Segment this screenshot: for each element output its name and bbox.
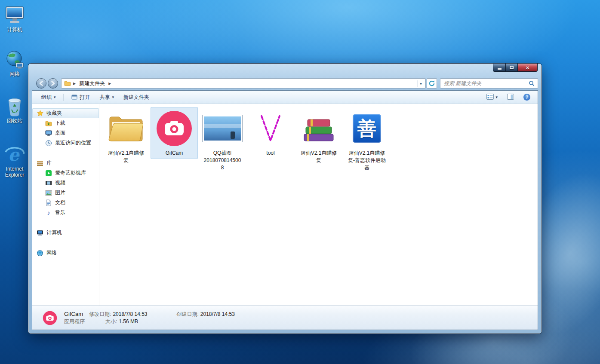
modified-date-label: 修改日期: [89, 311, 111, 317]
file-name: 屠仙V2.1自瞄修复 [102, 149, 150, 166]
size-label: 大小: [105, 318, 117, 324]
share-label: 共享 [100, 94, 110, 101]
sidebar-item-downloads[interactable]: 下载 [32, 118, 99, 128]
close-icon: × [526, 65, 529, 70]
maximize-icon [510, 66, 514, 69]
sidebar-gap [32, 148, 99, 158]
chevron-down-icon: ▾ [495, 95, 498, 99]
file-name: GifCam [151, 149, 198, 159]
folder-icon [64, 80, 71, 87]
search-box[interactable] [440, 78, 538, 89]
views-icon [486, 94, 494, 101]
search-input[interactable] [444, 80, 527, 86]
desktop-icon-recycle-bin[interactable]: 回收站 [1, 96, 28, 124]
download-folder-icon [45, 120, 52, 127]
address-bar[interactable]: ▶ 新建文件夹 ▶ ▾ [61, 78, 426, 89]
film-strip-icon [45, 180, 52, 187]
sidebar-item-label: 网络 [46, 249, 57, 257]
desktop-icon-internet-explorer[interactable]: e Internet Explorer [1, 144, 28, 178]
title-bar[interactable]: × [32, 64, 538, 76]
explorer-window: × ▶ 新建文件夹 ▶ ▾ [28, 64, 542, 333]
file-tile-gifcam[interactable]: GifCam [151, 107, 198, 159]
organize-menu-button[interactable]: 组织 ▾ [37, 92, 60, 103]
music-note-icon: ♪ [45, 209, 52, 216]
folder-icon [102, 108, 150, 149]
file-tile-tool[interactable]: tool [247, 107, 294, 159]
file-name: 屠仙V2.1自瞄修复 [295, 149, 342, 166]
client-area: 组织 ▾ 打开 共享 ▾ 新建文件夹 [32, 90, 538, 330]
sidebar-item-network[interactable]: 网络 [32, 248, 99, 258]
chevron-down-icon: ▾ [54, 95, 56, 99]
file-name: 屠仙V2.1自瞄修复-善恶软件启动器 [343, 149, 391, 174]
desktop-icon-label: Internet Explorer [1, 166, 28, 178]
breadcrumb-folder[interactable]: 新建文件夹 [78, 79, 106, 88]
computer-icon [37, 229, 43, 236]
maximize-button[interactable] [506, 64, 518, 72]
sidebar-item-label: 爱奇艺影视库 [55, 169, 86, 177]
globe-icon [37, 250, 43, 257]
sidebar-item-label: 下载 [55, 119, 65, 127]
file-tile-launcher[interactable]: 善 屠仙V2.1自瞄修复-善恶软件启动器 [343, 107, 391, 174]
sidebar-item-music[interactable]: ♪ 音乐 [32, 208, 99, 217]
sidebar-item-computer[interactable]: 计算机 [32, 228, 99, 238]
network-icon [4, 49, 25, 70]
sidebar-item-videos[interactable]: 视频 [32, 178, 99, 188]
sidebar-item-pictures[interactable]: 图片 [32, 188, 99, 198]
size-value: 1.56 MB [119, 318, 138, 324]
desktop-monitor-icon [45, 130, 52, 137]
file-tile-folder[interactable]: 屠仙V2.1自瞄修复 [102, 107, 150, 166]
close-button[interactable]: × [518, 64, 538, 72]
sidebar-item-desktop[interactable]: 桌面 [32, 128, 99, 138]
preview-pane-icon [507, 94, 514, 101]
sidebar-gap [32, 217, 99, 228]
sidebar-item-label: 图片 [55, 189, 65, 196]
help-button[interactable]: ? [521, 92, 532, 102]
winrar-books-icon [295, 108, 342, 149]
forward-button[interactable] [48, 78, 58, 89]
arrow-right-icon [50, 81, 55, 86]
back-button[interactable] [36, 78, 46, 89]
address-history-dropdown-icon[interactable]: ▾ [417, 80, 424, 87]
share-menu-button[interactable]: 共享 ▾ [96, 92, 118, 103]
change-view-button[interactable]: ▾ [484, 92, 500, 102]
internet-explorer-icon: e [4, 144, 25, 165]
new-folder-label: 新建文件夹 [123, 94, 149, 101]
sidebar-item-label: 视频 [55, 179, 65, 187]
file-list: 屠仙V2.1自瞄修复 GifCam QQ截图20180 [99, 104, 538, 306]
breadcrumb-arrow-icon[interactable]: ▶ [108, 82, 111, 86]
chevron-down-icon: ▾ [112, 95, 114, 99]
open-button[interactable]: 打开 [67, 92, 94, 103]
caption-buttons: × [493, 64, 538, 72]
star-icon [37, 110, 43, 117]
file-tile-rar-archive[interactable]: 屠仙V2.1自瞄修复 [295, 107, 342, 166]
new-folder-button[interactable]: 新建文件夹 [120, 92, 153, 103]
sidebar-item-documents[interactable]: 文档 [32, 198, 99, 208]
refresh-button[interactable] [427, 78, 437, 89]
desktop-icon-computer[interactable]: 计算机 [1, 5, 28, 33]
sidebar-item-iqiyi-library[interactable]: 爱奇艺影视库 [32, 168, 99, 178]
sidebar-item-recent-places[interactable]: 最近访问的位置 [32, 138, 99, 148]
minimize-button[interactable] [493, 64, 506, 72]
toolbar-separator [63, 94, 64, 101]
desktop-icon-network[interactable]: 网络 [1, 49, 28, 77]
sidebar-item-favorites[interactable]: 收藏夹 [32, 108, 99, 118]
vegas-v-icon [247, 108, 294, 149]
document-icon [45, 199, 52, 206]
play-video-icon [45, 170, 52, 177]
open-label: 打开 [80, 94, 90, 101]
breadcrumb-arrow-icon[interactable]: ▶ [73, 82, 76, 86]
modified-date-value: 2018/7/8 14:53 [113, 311, 147, 317]
command-toolbar: 组织 ▾ 打开 共享 ▾ 新建文件夹 [32, 91, 538, 104]
libraries-icon [37, 160, 43, 167]
file-tile-qq-screenshot[interactable]: QQ截图20180708145008 [199, 107, 246, 174]
arrow-left-icon [39, 81, 44, 86]
sidebar-item-label: 收藏夹 [46, 110, 62, 117]
desktop-icon-label: 网络 [1, 71, 28, 77]
sidebar-item-label: 文档 [55, 199, 65, 206]
refresh-icon [428, 80, 435, 87]
search-icon[interactable] [527, 80, 536, 87]
preview-pane-button[interactable] [505, 92, 516, 102]
image-thumbnail [199, 108, 246, 149]
sidebar-item-libraries[interactable]: 库 [32, 158, 99, 168]
gifcam-app-icon [151, 108, 198, 149]
